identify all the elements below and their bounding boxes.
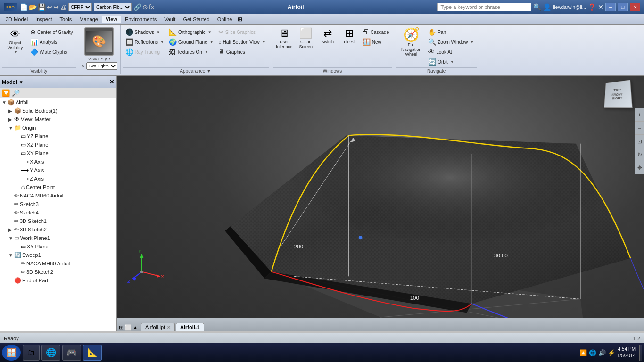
look-at-button[interactable]: 👁 Look At bbox=[426, 47, 476, 57]
tab-online[interactable]: Online bbox=[214, 16, 236, 23]
tree-item[interactable]: 🔴End of Part bbox=[0, 276, 116, 285]
tree-item[interactable]: ▶👁View: Master bbox=[0, 115, 116, 123]
analysis-icon: 📊 bbox=[30, 38, 38, 46]
taskbar-inventor[interactable]: 📐 bbox=[83, 345, 102, 361]
taskbar-chrome[interactable]: 🌐 bbox=[41, 345, 60, 361]
zoom-out-button[interactable]: − bbox=[635, 122, 644, 135]
tile-all-button[interactable]: ⊞ Tile All bbox=[339, 27, 360, 45]
tree-item[interactable]: ▭YZ Plane bbox=[0, 132, 116, 140]
tree-item[interactable]: ▼▭Work Plane1 bbox=[0, 234, 116, 242]
reflections-button[interactable]: 🔲 Reflections ▼ bbox=[124, 37, 166, 47]
tree-item[interactable]: ▼🔄Sweep1 bbox=[0, 251, 116, 259]
zoom-window-button[interactable]: 🔍 Zoom Window ▼ bbox=[426, 37, 476, 47]
tree-item[interactable]: ⟶Y Axis bbox=[0, 166, 116, 174]
new-window-button[interactable]: 🪟 New bbox=[361, 37, 391, 47]
tab-vault[interactable]: Vault bbox=[160, 16, 179, 23]
visibility-group-label: Visibility bbox=[2, 67, 76, 74]
undo-icon[interactable]: ↩ bbox=[47, 3, 52, 11]
tree-item[interactable]: ⟶X Axis bbox=[0, 157, 116, 166]
tree-item[interactable]: ▶✏3D Sketch2 bbox=[0, 225, 116, 234]
search-tree-icon[interactable]: 🔎 bbox=[12, 89, 20, 97]
tab-view[interactable]: View bbox=[102, 16, 121, 23]
imate-glyphs-button[interactable]: 🔷 iMate Glyphs bbox=[28, 47, 75, 57]
object-visibility-button[interactable]: 👁 ObjectVisibility ▼ bbox=[3, 27, 27, 56]
title-icons: 📄 📂 💾 ↩ ↪ 🖨 bbox=[20, 3, 66, 11]
tree-item[interactable]: ▭XZ Plane bbox=[0, 140, 116, 149]
svg-line-34 bbox=[132, 272, 141, 279]
clean-screen-button[interactable]: ⬜ CleanScreen bbox=[296, 27, 316, 50]
tab-inspect[interactable]: Inspect bbox=[32, 16, 56, 23]
panel-dropdown-icon[interactable]: ▼ bbox=[19, 80, 24, 85]
viewport-tab-airfoil-ipt[interactable]: Airfoil.ipt ✕ bbox=[141, 323, 175, 331]
search-icon[interactable]: 🔍 bbox=[533, 3, 541, 11]
pan-button[interactable]: ✋ Pan bbox=[426, 27, 476, 37]
full-nav-wheel-button[interactable]: 🧭 Full NavigationWheel bbox=[397, 27, 425, 58]
graphics-button[interactable]: 🖥 Graphics bbox=[216, 47, 268, 57]
shadows-button[interactable]: 🌑 Shadows ▼ bbox=[124, 27, 166, 37]
ray-tracing-button[interactable]: 🌐 Ray Tracing bbox=[124, 47, 166, 57]
tree-item[interactable]: ✏NACA MH60 Airfoil bbox=[0, 259, 116, 268]
search-input[interactable] bbox=[437, 3, 531, 11]
orbit-button[interactable]: 🔄 Orbit ▼ bbox=[426, 57, 476, 66]
clock[interactable]: 4:54 PM 1/5/2014 bbox=[617, 346, 636, 359]
carbon-fiber-select[interactable]: Carbon Fib... bbox=[94, 3, 132, 11]
tree-item[interactable]: ✏NACA MH60 Airfoil bbox=[0, 191, 116, 200]
folder-icon[interactable]: 📂 bbox=[29, 3, 37, 11]
extra-tab-icon[interactable]: ⊞ bbox=[238, 16, 242, 23]
tab-manage[interactable]: Manage bbox=[75, 16, 102, 23]
panel-close-icon[interactable]: ✕ bbox=[109, 79, 114, 85]
zoom-in-button[interactable]: + bbox=[635, 108, 644, 122]
tree-item[interactable]: ▭XY Plane bbox=[0, 242, 116, 251]
viewport[interactable]: 200 100 30.00 100 500 600 25.00 500 X Y bbox=[117, 76, 644, 331]
cog-icon: ⊕ bbox=[30, 28, 36, 36]
tree-item[interactable]: ✏3D Sketch2 bbox=[0, 268, 116, 276]
orthographic-button[interactable]: 📐 Orthographic ▼ bbox=[167, 27, 215, 37]
close-airfoil-ipt-tab[interactable]: ✕ bbox=[167, 325, 171, 330]
panel-minimize-icon[interactable]: ─ bbox=[104, 79, 108, 85]
help-icon[interactable]: ❓ bbox=[588, 3, 596, 11]
ground-plane-button[interactable]: 🌍 Ground Plane ▼ bbox=[167, 37, 215, 47]
filter-icon[interactable]: 🔽 bbox=[2, 89, 10, 97]
cfrp-select[interactable]: CFRP bbox=[68, 3, 92, 11]
visual-style-button[interactable]: 🎨 bbox=[84, 27, 114, 56]
tree-item[interactable]: ✏Sketch4 bbox=[0, 208, 116, 217]
tab-3dmodel[interactable]: 3D Model bbox=[2, 16, 32, 23]
tree-item[interactable]: ✏Sketch3 bbox=[0, 200, 116, 208]
file-icon[interactable]: 📄 bbox=[20, 3, 28, 11]
half-section-view-button[interactable]: ↕ Half Section View ▼ bbox=[216, 37, 268, 47]
slice-graphics-button[interactable]: ✂ Slice Graphics bbox=[216, 27, 268, 37]
save-icon[interactable]: 💾 bbox=[38, 3, 46, 11]
show-desktop-button[interactable] bbox=[639, 345, 642, 361]
center-of-gravity-button[interactable]: ⊕ Center of Gravity bbox=[28, 27, 75, 37]
pan-view-button[interactable]: ✥ bbox=[635, 161, 644, 174]
user-interface-button[interactable]: 🖥 UserInterface bbox=[274, 27, 295, 50]
tree-item[interactable]: ▭XY Plane bbox=[0, 149, 116, 157]
viewport-tab-airfoil-1[interactable]: Airfoil-1 bbox=[176, 323, 204, 331]
tree-item[interactable]: ✏3D Sketch1 bbox=[0, 217, 116, 225]
redo-icon[interactable]: ↪ bbox=[53, 3, 59, 11]
viewcube[interactable]: TOP FRONT RIGHT bbox=[604, 80, 633, 108]
start-button[interactable]: 🪟 bbox=[2, 345, 21, 361]
close-app-icon[interactable]: ✕ bbox=[598, 3, 603, 11]
tab-getstarted[interactable]: Get Started bbox=[179, 16, 213, 23]
textures-button[interactable]: 🖼 Textures On ▼ bbox=[167, 47, 215, 57]
rotate-view-button[interactable]: ↻ bbox=[635, 148, 644, 161]
taskbar-steam[interactable]: 🎮 bbox=[62, 345, 81, 361]
print-icon[interactable]: 🖨 bbox=[60, 3, 66, 11]
tab-environments[interactable]: Environments bbox=[121, 16, 160, 23]
analysis-button[interactable]: 📊 Analysis bbox=[28, 37, 75, 47]
tree-item[interactable]: ⟶Z Axis bbox=[0, 174, 116, 183]
maximize-button[interactable]: □ bbox=[618, 3, 628, 11]
tree-item[interactable]: ▼📦Airfoil bbox=[0, 98, 116, 107]
taskbar-explorer[interactable]: 🗂 bbox=[23, 345, 40, 361]
fit-view-button[interactable]: ⊡ bbox=[635, 135, 644, 148]
close-button[interactable]: ✕ bbox=[630, 3, 640, 11]
tree-item[interactable]: ▶📦Solid Bodies(1) bbox=[0, 107, 116, 115]
tree-item[interactable]: ▼📁Origin bbox=[0, 123, 116, 132]
tree-item[interactable]: ◇Center Point bbox=[0, 183, 116, 191]
cascade-button[interactable]: 🗗 Cascade bbox=[361, 27, 391, 37]
two-lights-select[interactable]: ☀ Two Lights bbox=[81, 62, 117, 70]
minimize-button[interactable]: ─ bbox=[605, 3, 616, 11]
tab-tools[interactable]: Tools bbox=[56, 16, 76, 23]
switch-button[interactable]: ⇄ Switch bbox=[317, 27, 338, 45]
